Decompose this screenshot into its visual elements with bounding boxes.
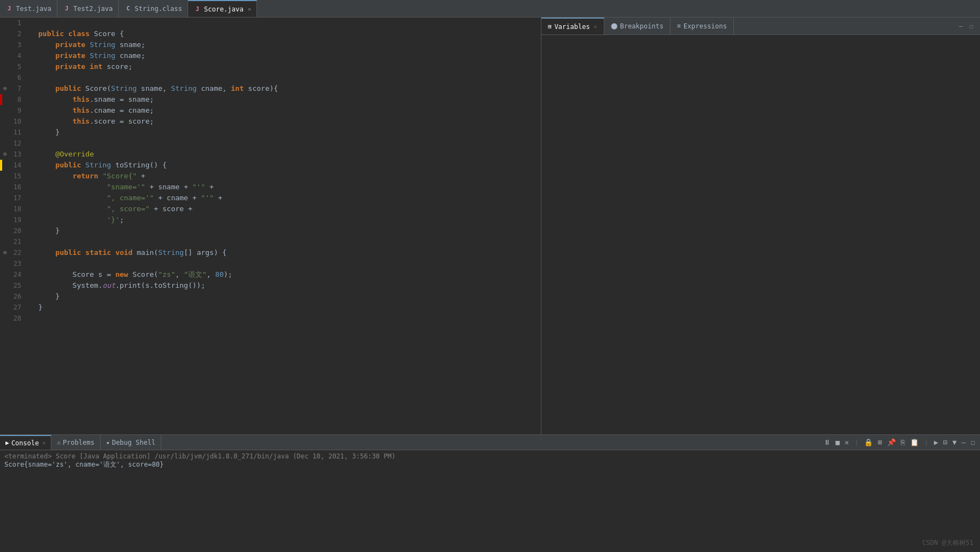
line-number: 26 <box>2 291 27 302</box>
bottom-panel: ▶ Console ✕ ⚠ Problems ⬥ Debug Shell ⏸ ■… <box>0 434 980 552</box>
line-number: 11 <box>2 127 27 138</box>
line-content: private int score; <box>36 61 541 72</box>
code-line: 8 this.sname = sname; <box>0 94 541 105</box>
line-content <box>36 72 541 83</box>
console-run-btn[interactable]: ▶ <box>932 437 940 448</box>
line-number: 5 <box>2 61 27 72</box>
line-number: 17 <box>2 193 27 204</box>
line-content: System.out.print(s.toString()); <box>36 280 541 291</box>
line-gutter <box>27 247 36 258</box>
console-toolbar: ⏸ ■ ✕ | 🔒 ⊞ 📌 ⎘ 📋 | ▶ ⊡ ▼ — ☐ <box>819 435 980 450</box>
line-gutter <box>27 39 36 50</box>
console-minimize-btn[interactable]: — <box>960 437 967 448</box>
line-gutter <box>27 182 36 193</box>
code-line: 27} <box>0 302 541 313</box>
right-tab-bar: ⊞ Variables ✕ ⬤ Breakpoints ≡ Expression… <box>541 18 980 35</box>
console-maximize-btn[interactable]: ☐ <box>969 437 977 448</box>
console-pin-btn[interactable]: 📌 <box>885 437 897 448</box>
tab-close-score-java[interactable]: ✕ <box>248 6 251 12</box>
console-scroll-lock-btn[interactable]: 🔒 <box>862 437 874 448</box>
line-number: 13 <box>2 149 27 160</box>
line-number: 27 <box>2 302 27 313</box>
minimize-btn[interactable]: — <box>957 21 965 31</box>
line-gutter <box>27 258 36 269</box>
editor-panel: 1 2public class Score {3 private String … <box>0 18 541 434</box>
line-content: this.score = score; <box>36 116 541 127</box>
line-gutter <box>27 83 36 94</box>
tab-debug-shell-label: Debug Shell <box>112 439 155 446</box>
console-output-line: Score{sname='zs', cname='语文', score=80} <box>4 460 976 469</box>
code-line: 13 @Override <box>0 149 541 160</box>
code-line: 4 private String cname; <box>0 50 541 61</box>
watermark: CSDN @大榕树51 <box>922 538 973 548</box>
tab-test2-java[interactable]: J Test2.java <box>57 0 119 17</box>
right-panel: ⊞ Variables ✕ ⬤ Breakpoints ≡ Expression… <box>541 18 980 434</box>
line-content: private String cname; <box>36 50 541 61</box>
code-editor[interactable]: 1 2public class Score {3 private String … <box>0 18 541 434</box>
line-number: 16 <box>2 182 27 193</box>
maximize-btn[interactable]: ☐ <box>967 21 976 31</box>
console-icon: ▶ <box>5 439 9 446</box>
problems-icon: ⚠ <box>57 439 61 446</box>
console-stop-btn[interactable]: ■ <box>834 437 842 448</box>
tab-debug-shell[interactable]: ⬥ Debug Shell <box>101 435 161 450</box>
tab-console[interactable]: ▶ Console ✕ <box>0 435 51 450</box>
line-gutter <box>27 28 36 39</box>
tab-console-label: Console <box>11 439 39 447</box>
line-content: } <box>36 225 541 236</box>
tab-variables-label: Variables <box>555 23 590 31</box>
line-gutter <box>27 94 36 105</box>
line-gutter <box>27 193 36 204</box>
line-gutter <box>27 236 36 247</box>
line-content: "sname='" + sname + "'" + <box>36 182 541 193</box>
line-gutter <box>27 18 36 28</box>
line-number: 15 <box>2 171 27 182</box>
console-dropdown-btn[interactable]: ▼ <box>951 437 959 448</box>
console-new-console-btn[interactable]: ⊞ <box>876 437 884 448</box>
code-line: 12 <box>0 138 541 149</box>
tab-variables[interactable]: ⊞ Variables ✕ <box>541 18 604 34</box>
line-number: 4 <box>2 50 27 61</box>
expressions-icon: ≡ <box>677 22 681 30</box>
line-gutter <box>27 225 36 236</box>
java-file-icon: J <box>5 5 13 13</box>
tab-breakpoints[interactable]: ⬤ Breakpoints <box>604 18 670 34</box>
tab-problems[interactable]: ⚠ Problems <box>51 435 100 450</box>
console-terminated-line: <terminated> Score [Java Application] /u… <box>4 452 976 460</box>
console-pause-btn[interactable]: ⏸ <box>822 437 832 448</box>
line-number: 6 <box>2 72 27 83</box>
code-line: 25 System.out.print(s.toString()); <box>0 280 541 291</box>
tab-console-close[interactable]: ✕ <box>42 440 45 446</box>
tab-string-class[interactable]: C String.class <box>119 0 188 17</box>
code-line: 11 } <box>0 127 541 138</box>
line-gutter <box>27 291 36 302</box>
line-number: 8 <box>2 94 27 105</box>
line-number: 25 <box>2 280 27 291</box>
code-line: 19 '}'; <box>0 214 541 225</box>
line-gutter <box>27 160 36 171</box>
line-content <box>36 18 541 28</box>
console-paste-btn[interactable]: 📋 <box>908 437 920 448</box>
tab-expressions[interactable]: ≡ Expressions <box>670 18 734 34</box>
code-line: 5 private int score; <box>0 61 541 72</box>
bottom-tab-bar: ▶ Console ✕ ⚠ Problems ⬥ Debug Shell ⏸ ■… <box>0 435 980 450</box>
right-panel-actions: — ☐ <box>953 18 980 34</box>
console-copy-btn[interactable]: ⎘ <box>899 437 907 448</box>
tab-score-java[interactable]: J Score.java ✕ <box>188 0 257 17</box>
line-gutter <box>27 269 36 280</box>
line-number: 2 <box>2 28 27 39</box>
console-clear-btn[interactable]: ✕ <box>843 437 851 448</box>
line-content: } <box>36 302 541 313</box>
console-layout-btn[interactable]: ⊡ <box>942 437 949 448</box>
variables-panel-content <box>541 35 980 434</box>
code-line: 17 ", cname='" + cname + "'" + <box>0 193 541 204</box>
code-line: 22 public static void main(String[] args… <box>0 247 541 258</box>
tab-label-test2-java: Test2.java <box>73 5 113 13</box>
line-content <box>36 236 541 247</box>
line-content: '}'; <box>36 214 541 225</box>
breakpoints-icon: ⬤ <box>611 22 617 30</box>
line-content: return "Score{" + <box>36 171 541 182</box>
tab-variables-close[interactable]: ✕ <box>594 24 597 30</box>
tab-test-java[interactable]: J Test.java <box>0 0 57 17</box>
line-content: } <box>36 291 541 302</box>
